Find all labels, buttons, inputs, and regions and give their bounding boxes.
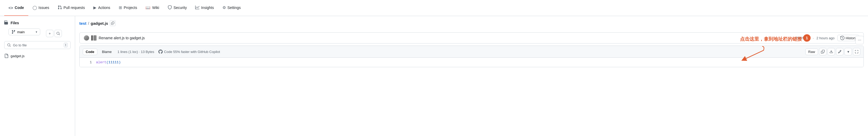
pull-requests-icon (58, 5, 62, 10)
step-badge: 1 (803, 34, 811, 42)
overflow-icon: ··· (858, 38, 861, 42)
issues-icon: ◯ (33, 5, 37, 10)
nav-item-pull-requests[interactable]: Pull requests (54, 0, 89, 16)
copilot-label: Code 55% faster with GitHub Copilot (164, 50, 220, 54)
insights-icon (195, 5, 199, 10)
settings-icon: ⚙ (222, 5, 226, 10)
edit-button[interactable] (836, 48, 843, 55)
code-actions: Raw ▾ (805, 48, 860, 55)
files-panel-icon (4, 20, 8, 25)
nav-item-projects[interactable]: ⊞ Projects (115, 0, 142, 16)
copy-path-button[interactable] (110, 20, 116, 26)
shield-icon (168, 5, 172, 10)
fullscreen-button[interactable] (853, 48, 860, 55)
nav-label-issues: Issues (39, 5, 49, 10)
branch-name: main (17, 30, 25, 34)
download-button[interactable] (828, 48, 835, 55)
search-files-button[interactable] (55, 30, 62, 37)
sidebar: Files main ▾ + Go to file t (0, 16, 75, 136)
wiki-icon: 📖 (146, 5, 151, 10)
content-area: Files main ▾ + Go to file t (0, 16, 868, 136)
go-to-file-label: Go to file (13, 43, 27, 47)
code-meta: 1 lines (1 loc) · 13 Bytes (117, 50, 154, 54)
nav-label-pull-requests: Pull requests (63, 5, 85, 10)
dot-separator: · (813, 36, 814, 40)
nav-label-actions: Actions (98, 5, 110, 10)
nav-item-insights[interactable]: Insights (191, 0, 218, 16)
nav-label-code: Code (15, 5, 24, 10)
projects-icon: ⊞ (119, 5, 122, 10)
nav-item-settings[interactable]: ⚙ Settings (218, 0, 245, 16)
overflow-menu-button[interactable]: ··· (855, 36, 864, 44)
breadcrumb-repo-link[interactable]: test (79, 21, 87, 26)
file-entry-gadget[interactable]: gadget.js (0, 52, 75, 59)
nav-item-wiki[interactable]: 📖 Wiki (141, 0, 163, 16)
code-tab-button[interactable]: Code (83, 48, 97, 55)
branch-selector-left: main (11, 30, 25, 34)
main-content: test / gadget.js 点击这里，拿到地址栏的链接 Rename al… (75, 16, 868, 72)
nav-label-settings: Settings (227, 5, 241, 10)
code-argument: 11111 (108, 60, 119, 64)
go-to-file-row: Go to file t (0, 41, 75, 49)
annotation-text: 点击这里，拿到地址栏的链接 (740, 36, 802, 42)
nav-label-projects: Projects (124, 5, 137, 10)
commit-message: Rename alert.js to gadget.js (99, 36, 796, 40)
copilot-info: Code 55% faster with GitHub Copilot (158, 50, 220, 54)
branch-selector[interactable]: main ▾ (8, 29, 40, 35)
code-function: alert (96, 60, 106, 64)
file-name: gadget.js (10, 54, 25, 58)
breadcrumb-file: gadget.js (91, 21, 108, 26)
breadcrumb-separator: / (88, 21, 89, 26)
nav-item-code[interactable]: <> Code (4, 0, 28, 16)
nav-item-security[interactable]: Security (163, 0, 191, 16)
breadcrumb: test / gadget.js (79, 20, 116, 26)
copy-raw-button[interactable] (819, 48, 827, 55)
chevron-down-icon: ▾ (36, 30, 37, 34)
nav-label-wiki: Wiki (152, 5, 159, 10)
branch-row: main ▾ + (0, 29, 75, 39)
actions-icon: ▶ (93, 5, 96, 10)
nav-items: <> Code ◯ Issues Pull requests ▶ Actions… (4, 0, 245, 16)
commit-time: 2 hours ago (816, 36, 835, 40)
more-edit-options-button[interactable]: ▾ (844, 48, 852, 55)
code-icon: <> (8, 5, 13, 10)
go-to-file-button[interactable]: Go to file t (4, 41, 71, 49)
code-content-1: alert(11111) (96, 60, 121, 64)
avatar (84, 35, 89, 41)
top-nav: <> Code ◯ Issues Pull requests ▶ Actions… (0, 0, 868, 16)
nav-label-insights: Insights (201, 5, 214, 10)
nav-item-actions[interactable]: ▶ Actions (89, 0, 115, 16)
history-label: History (846, 36, 856, 40)
add-file-button[interactable]: + (46, 30, 54, 37)
line-number-1: 1 (84, 60, 92, 64)
raw-button[interactable]: Raw (805, 48, 818, 55)
annotation-arrow (722, 45, 765, 62)
blame-tab-button[interactable]: Blame (99, 49, 115, 55)
go-to-file-shortcut: t (64, 43, 68, 47)
nav-item-issues[interactable]: ◯ Issues (28, 0, 54, 16)
nav-label-security: Security (174, 5, 187, 10)
sidebar-header: Files (0, 20, 75, 29)
files-panel-title: Files (10, 21, 19, 25)
main-wrapper: test / gadget.js 点击这里，拿到地址栏的链接 Rename al… (75, 16, 868, 136)
